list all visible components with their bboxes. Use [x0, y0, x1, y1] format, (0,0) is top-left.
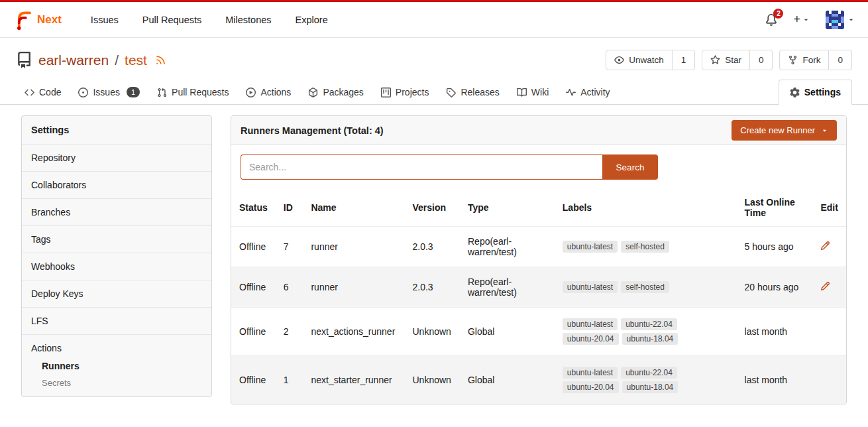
tab-activity[interactable]: Activity	[557, 80, 618, 104]
sidebar-item-deploy-keys[interactable]: Deploy Keys	[22, 280, 211, 307]
label-chip: ubuntu-18.04	[622, 381, 678, 393]
label-chip: ubuntu-latest	[563, 241, 618, 253]
sidebar-item-webhooks[interactable]: Webhooks	[22, 253, 211, 280]
search-input[interactable]	[241, 154, 602, 180]
runner-name: runner	[303, 227, 404, 267]
forgejo-logo-icon[interactable]	[13, 10, 33, 30]
notifications-button[interactable]: 2	[765, 14, 777, 26]
pull-request-icon	[157, 88, 167, 97]
table-row: Offline 6 runner 2.0.3 Repo(earl-warren/…	[231, 267, 846, 308]
edit-runner-icon[interactable]	[820, 241, 830, 251]
runner-last-online: 5 hours ago	[737, 227, 813, 267]
column-header-id: ID	[276, 189, 303, 227]
notification-count-badge: 2	[773, 9, 783, 19]
issues-count-badge: 1	[127, 87, 140, 97]
runner-version: 2.0.3	[405, 227, 460, 267]
fork-button-group: Fork 0	[779, 50, 852, 70]
unwatch-button[interactable]: Unwatch	[606, 50, 673, 70]
book-icon	[517, 88, 527, 97]
unwatch-label: Unwatch	[629, 55, 664, 65]
create-runner-button[interactable]: Create new Runner	[732, 120, 837, 141]
eye-icon	[614, 55, 624, 65]
tab-projects[interactable]: Projects	[372, 80, 438, 104]
runner-labels: ubuntu-latestself-hosted	[563, 239, 702, 254]
caret-down-icon	[802, 16, 810, 23]
fork-label: Fork	[802, 55, 820, 65]
rss-feed-icon[interactable]	[155, 54, 166, 66]
tab-releases[interactable]: Releases	[437, 80, 508, 104]
plus-icon: +	[793, 13, 800, 27]
label-chip: ubuntu-18.04	[622, 333, 678, 345]
sidebar-item-actions[interactable]: Actions	[22, 335, 211, 357]
gear-icon	[790, 88, 800, 97]
tab-wiki[interactable]: Wiki	[508, 80, 557, 104]
nav-item-milestones[interactable]: Milestones	[213, 9, 283, 30]
runner-type: Repo(earl-warren/test)	[460, 267, 555, 308]
sidebar-item-branches[interactable]: Branches	[22, 198, 211, 225]
runner-version: Unknown	[405, 308, 460, 356]
tab-actions[interactable]: Actions	[237, 80, 299, 104]
table-row: Offline 2 next_actions_runner Unknown Gl…	[231, 308, 846, 356]
column-header-version: Version	[405, 189, 460, 227]
table-row: Offline 7 runner 2.0.3 Repo(earl-warren/…	[231, 227, 846, 267]
runner-name: runner	[303, 267, 404, 308]
nav-item-explore[interactable]: Explore	[284, 9, 340, 30]
sidebar-item-repository[interactable]: Repository	[22, 144, 211, 171]
forks-count[interactable]: 0	[829, 50, 852, 70]
sidebar-item-tags[interactable]: Tags	[22, 225, 211, 253]
tab-code[interactable]: Code	[16, 80, 70, 104]
repo-owner-link[interactable]: earl-warren	[38, 52, 109, 68]
runners-panel: Runners Management (Total: 4) Create new…	[231, 115, 847, 404]
nav-item-pull-requests[interactable]: Pull Requests	[131, 9, 213, 30]
create-new-dropdown[interactable]: +	[793, 13, 810, 27]
column-header-labels: Labels	[555, 189, 737, 227]
sidebar-item-secrets[interactable]: Secrets	[22, 375, 211, 391]
runner-id: 2	[276, 308, 303, 356]
play-icon	[246, 88, 256, 97]
repo-actions: Unwatch 1 Star 0 Fork 0	[606, 50, 852, 70]
runners-table: Status ID Name Version Type Labels Last …	[231, 189, 846, 404]
runner-status: Offline	[231, 267, 276, 308]
search-button[interactable]: Search	[602, 154, 658, 180]
runner-status: Offline	[231, 227, 276, 267]
nav-item-issues[interactable]: Issues	[79, 9, 131, 30]
tab-packages[interactable]: Packages	[299, 80, 372, 104]
sidebar-item-runners[interactable]: Runners	[22, 357, 211, 375]
sidebar-item-collaborators[interactable]: Collaborators	[22, 171, 211, 198]
repo-name-link[interactable]: test	[125, 52, 147, 68]
sidebar-item-lfs[interactable]: LFS	[22, 307, 211, 334]
user-menu-dropdown[interactable]	[826, 11, 855, 29]
repo-tab-bar: Code Issues 1 Pull Requests Actions Pack…	[0, 80, 868, 105]
label-chip: ubuntu-20.04	[563, 333, 619, 345]
watchers-count[interactable]: 1	[673, 50, 696, 70]
tab-settings[interactable]: Settings	[779, 80, 852, 105]
settings-content: Settings Repository Collaborators Branch…	[0, 105, 868, 418]
label-chip: ubuntu-22.04	[621, 318, 677, 330]
search-bar: Search	[231, 145, 846, 189]
runner-version: 2.0.3	[405, 267, 460, 308]
runner-id: 6	[276, 267, 303, 308]
main-navbar: Next Issues Pull Requests Milestones Exp…	[0, 2, 868, 38]
label-chip: self-hosted	[621, 281, 669, 293]
star-button[interactable]: Star	[702, 50, 750, 70]
edit-runner-icon[interactable]	[820, 281, 830, 291]
tag-icon	[446, 88, 456, 97]
stars-count[interactable]: 0	[750, 50, 773, 70]
panel-header: Runners Management (Total: 4) Create new…	[231, 116, 846, 145]
caret-down-icon	[821, 127, 828, 134]
runner-last-online: 20 hours ago	[737, 267, 813, 308]
star-icon	[710, 55, 720, 65]
fork-button[interactable]: Fork	[779, 50, 829, 70]
column-header-last-online: Last Online Time	[737, 189, 813, 227]
runner-last-online: last month	[737, 308, 813, 356]
code-icon	[25, 88, 34, 97]
runner-id: 7	[276, 227, 303, 267]
package-icon	[308, 88, 318, 97]
tab-issues[interactable]: Issues 1	[70, 80, 148, 104]
runner-status: Offline	[231, 308, 276, 356]
brand-label[interactable]: Next	[37, 13, 62, 27]
table-header-row: Status ID Name Version Type Labels Last …	[231, 189, 846, 227]
repo-icon	[16, 52, 32, 68]
tab-pull-requests[interactable]: Pull Requests	[148, 80, 237, 104]
runner-type: Global	[460, 356, 555, 404]
